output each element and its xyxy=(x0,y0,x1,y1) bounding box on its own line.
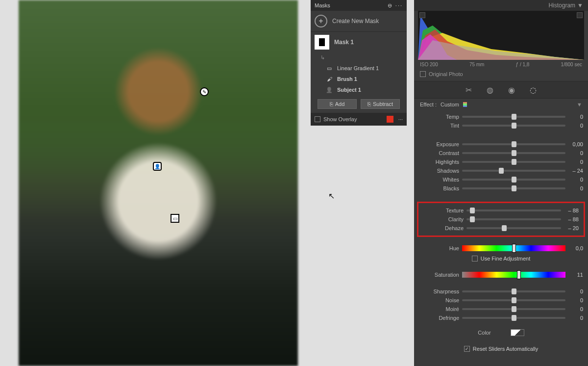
reset-row[interactable]: Reset Sliders Automatically xyxy=(414,341,588,357)
highlight-box: Texture– 88Clarity– 88Dehaze– 20 xyxy=(417,202,585,237)
heal-icon[interactable]: ◍ xyxy=(487,85,493,95)
slider-blacks[interactable]: Blacks0 xyxy=(414,184,588,193)
masks-panel-header[interactable]: Masks ⊖ ··· xyxy=(311,0,407,11)
slider-noise[interactable]: Noise0 xyxy=(414,296,588,305)
original-photo-toggle[interactable]: Original Photo xyxy=(414,69,588,81)
mask-pin-brush[interactable]: ✎ xyxy=(200,87,209,96)
subject-icon: 👤 xyxy=(324,86,334,93)
exif-row: ISO 20075 mmƒ / 1,81/800 sec xyxy=(414,60,588,69)
slider-thumb[interactable] xyxy=(512,297,516,303)
preset-icon xyxy=(463,102,467,107)
slider-thumb[interactable] xyxy=(512,177,516,183)
fine-checkbox[interactable] xyxy=(472,256,478,261)
slider-thumb[interactable] xyxy=(512,244,516,253)
crop-icon[interactable]: ✂ xyxy=(466,85,472,95)
show-overlay-row[interactable]: Show Overlay ··· xyxy=(311,113,407,126)
slider-thumb[interactable] xyxy=(470,208,475,213)
histogram[interactable] xyxy=(418,11,584,60)
slider-thumb[interactable] xyxy=(512,123,516,129)
masking-icon[interactable]: ◌ xyxy=(530,85,537,95)
right-panel: Histogram▼ ISO 20075 mmƒ / 1,81/800 sec … xyxy=(414,0,588,366)
original-checkbox[interactable] xyxy=(420,71,426,77)
slider-thumb[interactable] xyxy=(512,150,516,156)
mask-label: Mask 1 xyxy=(334,39,354,46)
slider-clarity[interactable]: Clarity– 88 xyxy=(418,215,584,224)
slider-texture[interactable]: Texture– 88 xyxy=(418,206,584,215)
create-mask-row[interactable]: + Create New Mask xyxy=(311,11,407,32)
slider-temp[interactable]: Temp0 xyxy=(414,112,588,121)
slider-thumb[interactable] xyxy=(499,168,504,174)
mask-pin-subject[interactable]: 👤 xyxy=(153,162,162,171)
image-preview[interactable] xyxy=(19,0,298,366)
slider-contrast[interactable]: Contrast0 xyxy=(414,149,588,157)
histogram-header[interactable]: Histogram▼ xyxy=(414,0,588,11)
slider-thumb[interactable] xyxy=(517,270,521,279)
redeye-icon[interactable]: ◉ xyxy=(508,85,515,95)
slider-thumb[interactable] xyxy=(512,114,516,120)
plus-icon[interactable]: + xyxy=(315,15,327,27)
fine-adjust-row[interactable]: Use Fine Adjustment xyxy=(414,253,588,264)
slider-thumb[interactable] xyxy=(512,288,516,294)
mask-pin-gradient[interactable]: ▭ xyxy=(171,214,179,223)
collapse-icon[interactable]: ▼ xyxy=(577,102,582,107)
mask-component-subject[interactable]: 👤Subject 1 xyxy=(311,84,407,95)
slider-thumb[interactable] xyxy=(512,315,516,321)
slider-dehaze[interactable]: Dehaze– 20 xyxy=(418,224,584,233)
gradient-icon: ▭ xyxy=(324,65,334,72)
slider-thumb[interactable] xyxy=(502,225,507,231)
create-mask-label: Create New Mask xyxy=(332,18,379,25)
mask-thumb xyxy=(315,35,329,50)
slider-defringe[interactable]: Defringe0 xyxy=(414,314,588,322)
slider-shadows[interactable]: Shadows– 24 xyxy=(414,166,588,175)
color-swatch[interactable] xyxy=(511,329,524,336)
slider-exposure[interactable]: Exposure0,00 xyxy=(414,140,588,149)
mask-component-brush[interactable]: 🖌Brush 1 xyxy=(311,74,407,84)
more-icon[interactable]: ··· xyxy=(398,116,403,122)
shadow-clip-icon[interactable] xyxy=(419,12,425,18)
mask-item[interactable]: Mask 1 xyxy=(311,32,407,52)
color-row[interactable]: Color xyxy=(414,324,588,341)
overlay-checkbox[interactable] xyxy=(315,116,320,122)
slider-thumb[interactable] xyxy=(512,185,516,191)
slider-highlights[interactable]: Highlights0 xyxy=(414,157,588,166)
slider-saturation[interactable]: Saturation 11 xyxy=(414,270,588,279)
slider-whites[interactable]: Whites0 xyxy=(414,175,588,184)
slider-sharpness[interactable]: Sharpness0 xyxy=(414,287,588,296)
mask-component[interactable]: ↳ xyxy=(311,52,407,63)
highlight-clip-icon[interactable] xyxy=(577,12,583,18)
add-button[interactable]: ⎘ Add xyxy=(318,99,357,109)
cursor-icon: ↖ xyxy=(328,191,335,201)
brush-icon: 🖌 xyxy=(324,76,334,82)
masks-panel: Masks ⊖ ··· + Create New Mask Mask 1 ↳ ▭… xyxy=(311,0,407,126)
effect-row[interactable]: Effect : Custom ▼ xyxy=(414,99,588,110)
slider-thumb[interactable] xyxy=(512,141,516,147)
subtract-button[interactable]: ⎘ Subtract xyxy=(361,99,400,109)
masks-menu-icon[interactable]: ⊖ ··· xyxy=(388,2,403,9)
mask-component-gradient[interactable]: ▭Linear Gradient 1 xyxy=(311,63,407,74)
tool-strip: ✂ ◍ ◉ ◌ xyxy=(414,81,588,99)
slider-thumb[interactable] xyxy=(512,306,516,312)
slider-hue[interactable]: Hue 0,0 xyxy=(414,244,588,253)
overlay-color-swatch[interactable] xyxy=(387,116,393,123)
slider-thumb[interactable] xyxy=(512,159,516,165)
slider-tint[interactable]: Tint0 xyxy=(414,121,588,130)
slider-thumb[interactable] xyxy=(470,216,475,222)
masks-title: Masks xyxy=(315,2,330,8)
slider-moiré[interactable]: Moiré0 xyxy=(414,305,588,314)
reset-checkbox[interactable] xyxy=(464,346,470,352)
